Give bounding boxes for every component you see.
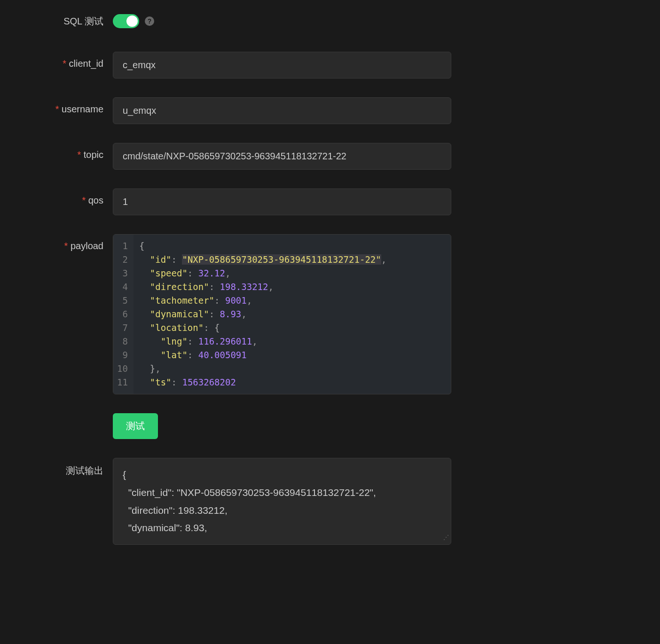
client-id-label: client_id [28, 52, 113, 69]
payload-row: payload 1234567891011 { "id": "NXP-05865… [28, 234, 632, 394]
payload-code[interactable]: { "id": "NXP-058659730253-96394511813272… [134, 235, 451, 394]
topic-input[interactable] [113, 143, 451, 170]
line-gutter: 1234567891011 [113, 235, 134, 394]
topic-row: topic [28, 143, 632, 170]
qos-label: qos [28, 188, 113, 206]
resize-handle-icon[interactable]: ⋰ [443, 533, 449, 543]
payload-editor[interactable]: 1234567891011 { "id": "NXP-058659730253-… [113, 234, 451, 394]
payload-label: payload [28, 234, 113, 251]
username-row: username [28, 97, 632, 124]
toggle-knob [126, 16, 138, 27]
help-icon[interactable]: ? [145, 16, 154, 26]
qos-input[interactable] [113, 188, 451, 215]
output-label: 测试输出 [28, 458, 113, 477]
test-button-row: 测试 [28, 413, 632, 439]
qos-row: qos [28, 188, 632, 215]
client-id-row: client_id [28, 52, 632, 79]
username-input[interactable] [113, 97, 451, 124]
topic-label: topic [28, 143, 113, 160]
username-label: username [28, 97, 113, 115]
output-row: 测试输出 { "client_id": "NXP-058659730253-96… [28, 458, 632, 545]
sql-test-row: SQL 测试 ? [28, 14, 632, 28]
sql-test-toggle[interactable] [113, 14, 139, 28]
test-output[interactable]: { "client_id": "NXP-058659730253-9639451… [113, 458, 451, 545]
test-button[interactable]: 测试 [113, 413, 158, 439]
client-id-input[interactable] [113, 52, 451, 79]
sql-test-label: SQL 测试 [28, 15, 113, 28]
